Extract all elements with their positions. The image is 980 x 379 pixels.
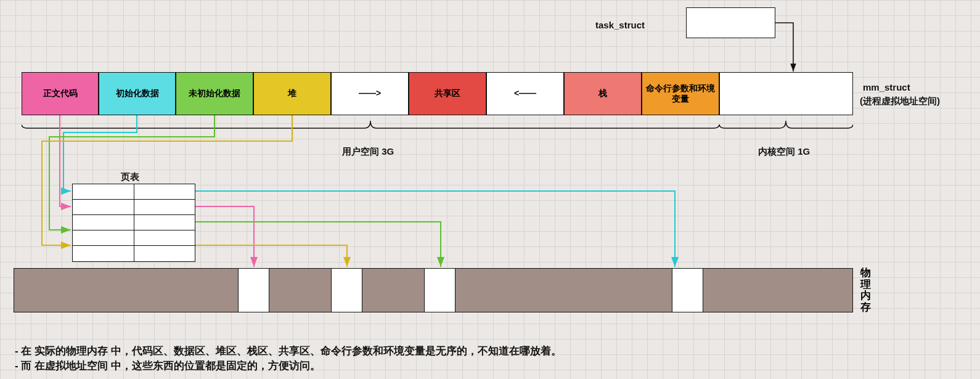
segment-initdata: 初始化数据 xyxy=(99,72,176,115)
phys-block-used xyxy=(362,269,425,312)
task-struct-label: task_struct xyxy=(595,20,645,30)
bullet-1: - 在 实际的物理内存 中，代码区、数据区、堆区、栈区、共享区、命令行参数和环境… xyxy=(15,344,561,358)
mm-struct-label-1: mm_struct xyxy=(863,82,910,92)
page-table-row xyxy=(73,230,195,246)
page-table-row xyxy=(73,215,195,230)
phys-block-used xyxy=(14,269,239,312)
mm-struct-label-2: (进程虚拟地址空间) xyxy=(860,96,940,107)
segment-shared: 共享区 xyxy=(409,72,486,115)
page-table xyxy=(72,184,195,262)
physical-memory-label: 物理内存 xyxy=(859,267,872,314)
segment-heap: 堆 xyxy=(253,72,331,115)
phys-block-used xyxy=(455,269,672,312)
page-table-row xyxy=(73,246,195,261)
page-table-label: 页表 xyxy=(121,171,139,183)
phys-block-free xyxy=(672,269,703,312)
physical-memory-row xyxy=(14,268,853,312)
bullet-2: - 而 在虚拟地址空间 中，这些东西的位置都是固定的，方便访问。 xyxy=(15,359,321,373)
segment-text: 正文代码 xyxy=(22,72,99,115)
page-table-row xyxy=(73,184,195,200)
segment-grow-left: <—— xyxy=(486,72,564,115)
phys-block-used xyxy=(703,269,852,312)
segment-stack: 栈 xyxy=(564,72,642,115)
phys-block-used xyxy=(269,269,332,312)
segment-kernel xyxy=(719,72,853,115)
brace-kernel-label: 内核空间 1G xyxy=(758,146,810,158)
brace-user-label: 用户空间 3G xyxy=(342,146,394,158)
segment-bss: 未初始化数据 xyxy=(176,72,253,115)
page-table-row xyxy=(73,200,195,215)
phys-block-free xyxy=(425,269,455,312)
phys-block-free xyxy=(239,269,269,312)
task-struct-box xyxy=(686,7,775,38)
phys-block-free xyxy=(332,269,362,312)
segment-grow-right: ——> xyxy=(331,72,409,115)
segment-args: 命令行参数和环境变量 xyxy=(642,72,719,115)
